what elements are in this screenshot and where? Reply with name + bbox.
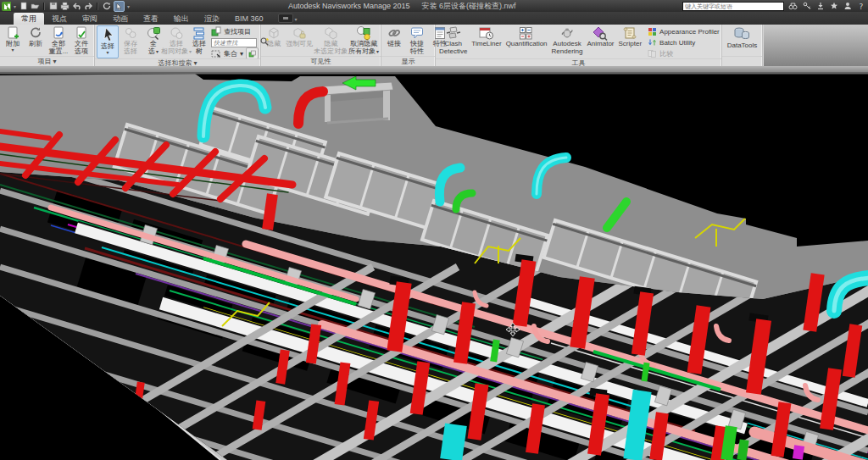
redo-icon[interactable] (84, 2, 93, 11)
quick-properties-icon (409, 25, 425, 41)
tab-bim360[interactable]: BIM 360 (227, 13, 271, 25)
tools-utility-column: Appearance Profiler Batch Utility 比较 (644, 25, 720, 58)
refresh-button[interactable]: 刷新 (25, 25, 47, 56)
require-lock-icon (292, 25, 307, 41)
appearance-profiler-icon (648, 27, 657, 36)
ribbon-tab-bar: 常用 视点 审阅 动画 查看 输出 渲染 BIM 360 ▾ (0, 12, 868, 25)
select-caret-icon[interactable]: ▾ (127, 3, 130, 9)
navisworks-logo[interactable] (2, 2, 11, 11)
find-items-icon (211, 26, 221, 36)
scripter-scroll-icon (621, 25, 638, 41)
append-icon (5, 25, 20, 41)
key-icon[interactable] (802, 2, 811, 11)
infocenter-search-input[interactable] (682, 2, 784, 11)
ribbon-empty-area (763, 25, 868, 66)
panel-display: 链接 快捷特性 特性 显示 (381, 25, 436, 66)
svg-text:?: ? (859, 3, 863, 11)
qat-separator (97, 3, 98, 10)
panel-label-visibility: 可见性 (261, 56, 381, 66)
hide-unselected-button[interactable]: 隐藏未选定对象 (314, 25, 348, 56)
ribbon: 附加▾ 刷新 全部重置... 文件选项 项目▾ 选择▾ (0, 25, 868, 66)
select-all-icon (146, 25, 161, 41)
timeliner-button[interactable]: TimeLiner (470, 25, 503, 58)
select-same-button[interactable]: 选择 相同对象▾ (165, 25, 187, 58)
append-button[interactable]: 附加▾ (2, 25, 24, 56)
panel-label-datatools (722, 56, 762, 66)
title-bar: ▾ ▾ Autodesk Navisworks Manage 2015安装 6层 (0, 0, 868, 12)
panel-datatools: DataTools (722, 25, 763, 66)
panel-label-tools: 工具 (436, 58, 721, 66)
ribbon-options-icon[interactable] (278, 14, 293, 23)
reset-all-icon (51, 25, 66, 41)
tab-render[interactable]: 渲染 (197, 13, 227, 25)
select-cursor-icon (100, 26, 115, 43)
qat-separator (43, 3, 45, 10)
exchange-arrow-icon[interactable] (815, 2, 825, 11)
sign-in-user-icon[interactable] (843, 2, 852, 11)
clash-detective-button[interactable]: ClashDetective (437, 25, 469, 58)
save-selection-icon (123, 25, 138, 41)
document-title: 安装 6层设备(碰撞检查).nwf (422, 2, 516, 10)
file-options-icon (74, 25, 89, 41)
hide-button[interactable]: 隐藏 (263, 25, 285, 56)
batch-utility-button[interactable]: Batch Utility (648, 37, 720, 47)
refresh-icon (28, 25, 43, 41)
quantification-icon (518, 25, 535, 41)
tab-animation[interactable]: 动画 (105, 13, 136, 25)
select-button[interactable]: 选择▾ (97, 25, 119, 58)
quantification-button[interactable]: Quantification (504, 25, 549, 58)
animator-button[interactable]: Animator (585, 25, 615, 58)
panel-label-display: 显示 (381, 56, 435, 66)
favorites-star-icon[interactable] (829, 2, 838, 11)
select-cursor-icon[interactable] (114, 1, 125, 12)
print-icon[interactable] (60, 2, 70, 11)
open-icon[interactable] (31, 2, 40, 11)
compare-button[interactable]: 比较 (648, 48, 720, 58)
ribbon-bottom-edge (0, 66, 868, 72)
panel-project: 附加▾ 刷新 全部重置... 文件选项 项目▾ (0, 25, 95, 66)
unhide-all-button[interactable]: 取消隐藏 所有对象▾ (348, 25, 379, 56)
tab-view[interactable]: 查看 (136, 13, 166, 25)
reset-all-button[interactable]: 全部重置... (47, 25, 70, 56)
ribbon-options-caret-icon[interactable]: ▾ (295, 16, 298, 22)
save-sets-icon (248, 50, 256, 58)
select-same-icon (169, 25, 184, 41)
compare-icon (648, 49, 657, 58)
appearance-profiler-button[interactable]: Appearance Profiler (648, 26, 720, 36)
quick-access-toolbar: ▾ ▾ (0, 0, 130, 12)
autodesk-rendering-button[interactable]: AutodeskRendering (550, 25, 585, 58)
panel-visibility: 隐藏 强制可见 隐藏未选定对象 取消隐藏 所有对象▾ 可见性 (261, 25, 381, 66)
require-button[interactable]: 强制可见 (286, 25, 313, 56)
refresh-icon[interactable] (102, 2, 111, 11)
selection-tree-icon (192, 25, 207, 41)
help-icon[interactable]: ? (856, 2, 865, 11)
datatools-button[interactable]: DataTools (726, 25, 760, 56)
infocenter: ? (682, 1, 865, 11)
undo-icon[interactable] (72, 2, 81, 11)
logo-caret-icon[interactable]: ▾ (14, 3, 16, 9)
hide-icon (266, 25, 281, 41)
save-icon[interactable] (48, 2, 58, 11)
quick-properties-button[interactable]: 快捷特性 (406, 25, 428, 56)
viewport-3d[interactable] (0, 72, 868, 460)
animator-icon (592, 25, 609, 41)
tab-viewpoint[interactable]: 视点 (44, 13, 75, 25)
quick-find-input[interactable] (211, 38, 257, 47)
file-options-button[interactable]: 文件选项 (70, 25, 92, 56)
viewport-3d-scene[interactable] (0, 72, 868, 460)
search-binoculars-icon[interactable] (788, 2, 798, 11)
panel-label-project[interactable]: 项目▾ (0, 56, 94, 66)
save-sets-button[interactable] (246, 47, 259, 59)
panel-label-select-search[interactable]: 选择和搜索▾ (95, 58, 260, 66)
window-title: Autodesk Navisworks Manage 2015安装 6层设备(碰… (288, 0, 516, 12)
unhide-all-icon (355, 25, 372, 41)
tab-review[interactable]: 审阅 (75, 13, 105, 25)
panel-select-search: 选择▾ 保存选择 全 选▾ 选择 相同对象▾ 选择树 (95, 25, 261, 66)
links-button[interactable]: 链接 (383, 25, 405, 56)
save-selection-button[interactable]: 保存选择 (120, 25, 142, 58)
scripter-button[interactable]: Scripter (617, 25, 644, 58)
tab-home[interactable]: 常用 (14, 13, 44, 25)
new-document-icon[interactable] (19, 2, 28, 11)
tab-output[interactable]: 输出 (166, 13, 197, 25)
timeliner-icon (478, 25, 495, 41)
